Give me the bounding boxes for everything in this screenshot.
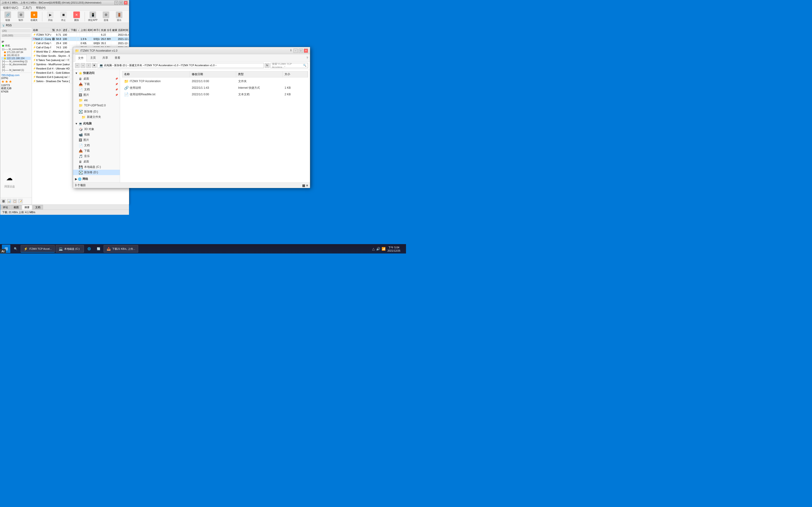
- show-desktop-btn[interactable]: [402, 245, 404, 252]
- nav-recent-btn[interactable]: ▼: [92, 63, 97, 68]
- col-progress[interactable]: 进度: [62, 28, 67, 33]
- nav-tcp[interactable]: 📁 TCP-UDPTest2.0: [73, 103, 120, 108]
- file-row-folder[interactable]: 📁 ITZMX TCP Acceleration 2022/1/1 0:00 文…: [122, 78, 308, 84]
- maximize-button[interactable]: □: [119, 1, 123, 5]
- col-preview[interactable]: 预览: [51, 28, 55, 33]
- menu-tools[interactable]: 工具(T): [21, 5, 34, 10]
- nav-music[interactable]: 🎵 音乐: [73, 154, 120, 159]
- nav-video[interactable]: 📹 视频: [73, 132, 120, 137]
- taskbar-explorer-btn[interactable]: 💻 本地磁盘 (C:): [56, 245, 84, 252]
- minimize-button[interactable]: －: [114, 1, 118, 5]
- left-icon-4[interactable]: 📝: [18, 199, 23, 204]
- col-name[interactable]: 名称: [32, 28, 51, 33]
- nav-documents[interactable]: 📄 文档 📌: [73, 87, 120, 92]
- file-row-link[interactable]: 🔗 使用说明 2022/1/1 1:43 Internet 快捷方式 1 KB: [122, 84, 308, 91]
- col-type-header[interactable]: 类型: [236, 71, 283, 77]
- status-text: 下载: 21 KB/s 上传: 4.1 MB/s: [2, 211, 35, 214]
- exp-close-btn[interactable]: ✕: [304, 49, 308, 53]
- this-pc-header[interactable]: ▼ 💻 此电脑: [73, 121, 120, 126]
- nav-local-disk[interactable]: 💾 本地磁盘 (C:): [73, 164, 120, 170]
- tab-share[interactable]: 共享: [99, 54, 111, 61]
- taskbar-bitcomet-btn[interactable]: ⚡ ITZMX TCP Accel...: [21, 245, 55, 252]
- table-row[interactable]: ⬇ Nioh 2 - Complete Edition [sakura].rar…: [32, 37, 129, 41]
- grid-view-btn[interactable]: ▦: [302, 183, 305, 187]
- col-size-header[interactable]: 大小: [283, 71, 308, 77]
- tab-screenshot[interactable]: 截图: [11, 205, 21, 210]
- network-tray-icon[interactable]: 📶: [382, 247, 386, 251]
- nav-docs[interactable]: 📄 文档: [73, 143, 120, 148]
- btn-favorites[interactable]: ★ 收藏夹: [29, 11, 40, 22]
- col-health[interactable]: 健康度: [111, 28, 117, 33]
- tab-summary[interactable]: 摘要: [22, 205, 32, 210]
- btn-make[interactable]: ⚙ 制作: [15, 11, 27, 22]
- btn-chain[interactable]: 🔗 链接: [2, 11, 13, 22]
- tab-doc[interactable]: 文档: [33, 205, 43, 210]
- taskbar-update-btn[interactable]: 🔄: [94, 245, 103, 252]
- search-box[interactable]: 搜索"ITZMX TCP Accelera..." 🔍: [270, 63, 308, 68]
- nav-drive-d[interactable]: 💽 新加卷 (D:): [73, 109, 120, 114]
- col-seeds[interactable]: 种子/用户[引]: [93, 28, 100, 33]
- desktop-icon-cloud[interactable]: ☁ 阿里云盘: [0, 171, 19, 189]
- btn-bind-app[interactable]: 📱 绑定APP: [87, 11, 98, 22]
- volume-icon[interactable]: 🔊: [376, 247, 380, 251]
- nav-new-vol[interactable]: 💽 新加卷 (D:): [73, 170, 120, 175]
- table-row[interactable]: ⚡ ITZMX TCP Acceleration v1.0.7z [小覆] 9.…: [32, 33, 129, 37]
- tray-arrow-icon[interactable]: △: [372, 247, 375, 251]
- nav-new-folder[interactable]: 📁 新建文件夹: [73, 114, 120, 120]
- ip3-selected[interactable]: 122.121.180.154: [1, 57, 31, 60]
- close-button[interactable]: ✕: [124, 1, 128, 5]
- btn-stop[interactable]: ⏹ 停止: [58, 11, 69, 22]
- col-active[interactable]: 活跃时间: [117, 28, 129, 33]
- taskbar-chrome-btn[interactable]: 🌐: [85, 245, 93, 252]
- col-modified-header[interactable]: 修改日期: [190, 71, 236, 77]
- nav-dl[interactable]: 📥 下载: [73, 148, 120, 154]
- nav-desk[interactable]: 🖥 桌面: [73, 159, 120, 164]
- quick-access-header[interactable]: ▼ ⭐ 快速访问: [73, 70, 120, 76]
- col-dl-speed[interactable]: 下载速度: [70, 28, 77, 33]
- col-share[interactable]: 分享率: [106, 28, 111, 33]
- col-name-header[interactable]: 名称: [122, 71, 190, 77]
- taskbar-download-btn[interactable]: 📥 下载21 KB/s, 上传...: [104, 245, 138, 252]
- btn-options[interactable]: ⚙ 选项: [100, 11, 112, 22]
- nav-pics[interactable]: 🖼 图片: [73, 137, 120, 143]
- bt-connected[interactable]: [-]----- bt_connected (3): [1, 48, 31, 51]
- btn-start[interactable]: ▶ 开始: [45, 11, 56, 22]
- network-header[interactable]: ▶ 🌐 网络: [73, 176, 120, 182]
- nav-desktop[interactable]: 🖥 桌面 📌: [73, 76, 120, 81]
- exp-maximize-btn[interactable]: □: [299, 49, 303, 53]
- address-path[interactable]: 💻 此电脑 › 新加卷 (D:) › 新建文件夹 › ITZMX TCP Acc…: [98, 63, 264, 68]
- nav-pictures[interactable]: 🖼 图片 📌: [73, 92, 120, 98]
- bt-connecting[interactable]: [+]----- bt_connecting (1): [1, 60, 31, 63]
- nav-downloads[interactable]: 📥 下载 📌: [73, 81, 120, 87]
- exp-minimize-btn[interactable]: －: [294, 49, 298, 53]
- tab-view[interactable]: 查看: [112, 54, 123, 61]
- col-size[interactable]: 大小: [55, 28, 61, 33]
- list-view-btn[interactable]: ≡: [306, 183, 308, 187]
- btn-exit[interactable]: 🚪 退出: [113, 11, 125, 22]
- tab-home[interactable]: 主页: [87, 54, 99, 61]
- col-ul-speed[interactable]: 上传速度: [80, 28, 87, 33]
- rss-label[interactable]: RSS: [6, 24, 12, 27]
- nav-up-btn[interactable]: ↑: [86, 63, 91, 68]
- left-icon-2[interactable]: 📊: [7, 199, 11, 204]
- bt-banned[interactable]: [+]----- bt_banned (1): [1, 68, 31, 72]
- left-icon-1[interactable]: 🖼: [1, 199, 6, 204]
- menu-help[interactable]: 帮助(H): [34, 5, 47, 10]
- bt-disconnected[interactable]: [+]----- bt_disconnected (2): [1, 63, 31, 68]
- col-ratio[interactable]: 长效种子: [100, 28, 106, 33]
- col-time[interactable]: 耗时: [87, 28, 93, 33]
- menu-chain[interactable]: 链接行动(C): [1, 5, 20, 10]
- nav-back-btn[interactable]: ←: [75, 63, 80, 68]
- btn-delete[interactable]: ✕ 删除: [71, 11, 82, 22]
- nav-refresh-btn[interactable]: ↻: [265, 63, 269, 68]
- nav-forward-btn[interactable]: →: [81, 63, 85, 68]
- tab-file[interactable]: 文件: [75, 54, 87, 62]
- system-clock[interactable]: 下午 5:04 2021/12/25: [388, 246, 400, 252]
- file-row-txt[interactable]: 📄 使用说明ReadMe.txt 2022/1/1 0:00 文本文档 2 KB: [122, 91, 308, 98]
- nav-etc[interactable]: 📁 etc: [73, 98, 120, 103]
- left-icon-3[interactable]: 📋: [12, 199, 17, 204]
- taskbar-search-btn[interactable]: 🔍: [11, 245, 20, 252]
- nav-3d[interactable]: 🎲 3D 对象: [73, 126, 120, 132]
- tab-comment[interactable]: 评论: [0, 205, 11, 210]
- table-row[interactable]: ⚡ Call of Duty Vanguard 20211217 [小覆] 29…: [32, 41, 129, 45]
